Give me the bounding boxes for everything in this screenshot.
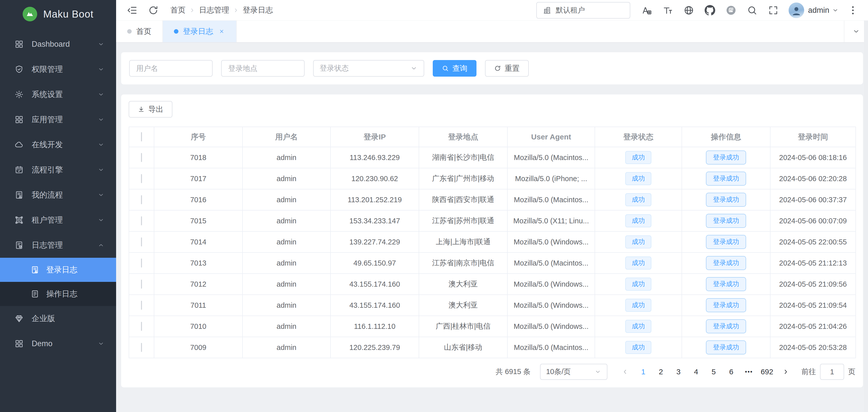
sidebar: Maku Boot Dashboard权限管理系统设置应用管理在线开发流程引擎我… xyxy=(0,0,116,412)
row-checkbox[interactable] xyxy=(141,258,142,267)
status-badge: 成功 xyxy=(625,341,651,354)
operation-info-button[interactable]: 登录成功 xyxy=(706,171,746,185)
row-seq: 7015 xyxy=(154,210,243,231)
page-button-5[interactable]: 5 xyxy=(706,364,721,379)
user-menu[interactable]: admin xyxy=(788,2,839,18)
tab-0[interactable]: 首页 xyxy=(116,21,163,42)
sidebar-item-enterprise[interactable]: 企业版 xyxy=(0,306,116,331)
row-login-location: 澳大利亚 xyxy=(419,274,507,295)
page-button-3[interactable]: 3 xyxy=(671,364,686,379)
sidebar-item-tenant[interactable]: 租户管理 xyxy=(0,208,116,233)
app-logo[interactable]: Maku Boot xyxy=(0,0,116,28)
breadcrumb-item[interactable]: 登录日志 xyxy=(243,5,273,15)
tenant-select[interactable]: 默认租户 xyxy=(536,2,630,19)
more-settings-button[interactable] xyxy=(847,5,859,16)
sidebar-item-login-log[interactable]: 登录日志 xyxy=(0,258,116,282)
next-page-button[interactable] xyxy=(779,364,793,379)
gitee-button[interactable] xyxy=(726,5,736,15)
row-seq: 7014 xyxy=(154,231,243,252)
breadcrumb-item[interactable]: 日志管理 xyxy=(199,5,229,15)
row-operation-cell: 登录成功 xyxy=(682,189,770,210)
reset-button-label: 重置 xyxy=(505,63,520,73)
row-checkbox[interactable] xyxy=(141,301,142,310)
language-button[interactable] xyxy=(684,5,694,15)
operation-info-button[interactable]: 登录成功 xyxy=(706,340,746,354)
font-size-button[interactable] xyxy=(662,5,673,15)
page-size-select[interactable]: 10条/页 xyxy=(540,364,608,380)
row-checkbox[interactable] xyxy=(141,280,142,289)
operation-info-button[interactable]: 登录成功 xyxy=(706,277,746,291)
row-checkbox[interactable] xyxy=(141,343,142,352)
sidebar-item-flow-engine[interactable]: 流程引擎 xyxy=(0,157,116,182)
sidebar-item-apps[interactable]: 应用管理 xyxy=(0,107,116,132)
location-filter-input[interactable] xyxy=(221,60,305,76)
sidebar-item-logs[interactable]: 日志管理 xyxy=(0,233,116,258)
breadcrumb-item[interactable]: 首页 xyxy=(170,5,185,15)
fullscreen-button[interactable] xyxy=(768,5,778,15)
sidebar-item-operate-log[interactable]: 操作日志 xyxy=(0,282,116,306)
row-user-agent: Mozilla/5.0 (iPhone; ... xyxy=(507,168,595,189)
row-login-location: 澳大利亚 xyxy=(419,295,507,316)
filter-bar: 登录状态 查询 重置 xyxy=(121,52,863,85)
chevron-down-icon xyxy=(594,368,601,375)
sidebar-item-system[interactable]: 系统设置 xyxy=(0,82,116,107)
sidebar-collapse-button[interactable] xyxy=(127,5,138,16)
sidebar-item-demo[interactable]: Demo xyxy=(0,331,116,356)
row-checkbox[interactable] xyxy=(141,195,142,204)
page-button-1[interactable]: 1 xyxy=(636,364,651,379)
page-ellipsis[interactable]: ••• xyxy=(742,364,756,379)
page-button-2[interactable]: 2 xyxy=(654,364,668,379)
select-all-checkbox[interactable] xyxy=(141,132,142,141)
page-button-692[interactable]: 692 xyxy=(759,364,775,379)
search-button[interactable]: 查询 xyxy=(433,60,476,76)
table-row: 7012admin43.155.174.160澳大利亚Mozilla/5.0 (… xyxy=(129,274,856,295)
status-filter-select[interactable]: 登录状态 xyxy=(313,60,424,76)
tab-state-dot xyxy=(127,29,132,34)
avatar xyxy=(788,2,804,18)
row-checkbox[interactable] xyxy=(141,153,142,162)
chevron-right-icon xyxy=(782,368,789,376)
row-checkbox[interactable] xyxy=(141,174,142,183)
operation-info-button[interactable]: 登录成功 xyxy=(706,298,746,312)
prev-page-button[interactable] xyxy=(618,364,632,379)
operation-info-button[interactable]: 登录成功 xyxy=(706,151,746,164)
row-checkbox[interactable] xyxy=(141,322,142,331)
sidebar-item-auth[interactable]: 权限管理 xyxy=(0,57,116,82)
operation-info-button[interactable]: 登录成功 xyxy=(706,214,746,228)
refresh-button[interactable] xyxy=(148,5,159,16)
row-user-agent: Mozilla/5.0 (Windows... xyxy=(507,316,595,337)
page-button-6[interactable]: 6 xyxy=(724,364,739,379)
page-button-4[interactable]: 4 xyxy=(689,364,703,379)
row-login-time: 2024-05-06 02:20:28 xyxy=(770,168,856,189)
row-checkbox[interactable] xyxy=(141,237,142,247)
sidebar-item-dashboard[interactable]: Dashboard xyxy=(0,32,116,57)
tab-label: 登录日志 xyxy=(183,26,213,37)
row-username: admin xyxy=(243,189,331,210)
export-button[interactable]: 导出 xyxy=(129,101,173,118)
app-title: Maku Boot xyxy=(43,8,93,20)
tab-state-dot xyxy=(174,29,179,34)
reset-button[interactable]: 重置 xyxy=(485,60,529,76)
username-filter-input[interactable] xyxy=(129,60,213,76)
row-select-cell xyxy=(129,189,154,210)
row-login-ip: 120.225.239.79 xyxy=(331,337,419,358)
chevron-down-icon xyxy=(97,66,104,73)
tab-1[interactable]: 登录日志 xyxy=(163,21,237,42)
row-checkbox[interactable] xyxy=(141,216,142,225)
row-username: admin xyxy=(243,337,331,358)
operation-info-button[interactable]: 登录成功 xyxy=(706,235,746,249)
status-badge: 成功 xyxy=(625,320,651,332)
goto-page-input[interactable] xyxy=(820,364,844,380)
translate-button[interactable] xyxy=(641,5,652,15)
topbar-right: 默认租户 admin xyxy=(536,2,859,19)
row-select-cell xyxy=(129,231,154,252)
operation-info-button[interactable]: 登录成功 xyxy=(706,256,746,270)
search-button[interactable] xyxy=(747,5,757,15)
scrollbar[interactable] xyxy=(864,21,868,412)
operation-info-button[interactable]: 登录成功 xyxy=(706,193,746,207)
sidebar-item-my-flow[interactable]: 我的流程 xyxy=(0,182,116,208)
sidebar-item-online-dev[interactable]: 在线开发 xyxy=(0,132,116,157)
operation-info-button[interactable]: 登录成功 xyxy=(706,319,746,333)
github-button[interactable] xyxy=(705,5,715,15)
row-user-agent: Mozilla/5.0 (Windows... xyxy=(507,295,595,316)
